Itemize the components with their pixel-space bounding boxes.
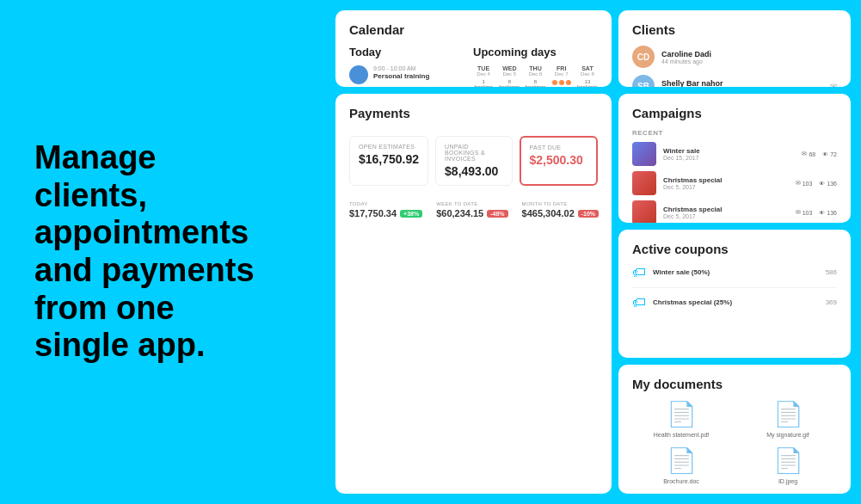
apt-time-1: 9:00 - 10:00 AM <box>373 65 461 72</box>
payments-bottom: Today $17,750.34 +38% Week to Date $60,2… <box>349 201 598 218</box>
camp-date-2: Dec 5, 2017 <box>663 184 789 190</box>
apt-1: 9:00 - 10:00 AM Personal training <box>349 65 461 84</box>
email-icon: ✉ <box>796 180 801 187</box>
documents-card: My documents 📄 Health statement.pdf 📄 My… <box>618 365 851 494</box>
stat-value-2: $2,500.30 <box>530 153 587 167</box>
day-bookings-1: 8 bookings <box>499 79 520 87</box>
stat-open-estimates: Open Estimates $16,750.92 <box>349 136 428 186</box>
camp-thumb-2 <box>632 171 656 195</box>
day-saturday: SAT Dec 8 13 bookings <box>577 65 598 87</box>
pay-value-2: $465,304.02 <box>522 208 575 218</box>
doc-icon-4: 📄 <box>773 446 803 475</box>
camp-item-1[interactable]: Winter sale Dec 15, 2017 ✉ 68 👁 72 <box>632 142 837 166</box>
camp-stat-views-3: 👁 136 <box>819 210 837 216</box>
client-avatar-1: CD <box>632 46 655 68</box>
day-name-4: SAT <box>577 65 598 71</box>
client-item-2[interactable]: SB Shelly Bar nahor 2 days ago ✉ <box>632 75 837 87</box>
camp-item-3[interactable]: Christmas special Dec 5, 2017 ✉ 103 👁 13… <box>632 200 837 223</box>
camp-views-1: 72 <box>830 151 837 157</box>
pay-week: Week to Date $60,234.15 -48% <box>436 201 507 218</box>
day-bookings-0: 1 booking <box>473 79 494 87</box>
coupon-name-2: Christmas special (25%) <box>653 298 819 306</box>
stat-label-1: Unpaid Bookings & Invoices <box>445 144 502 162</box>
eye-icon: 👁 <box>819 210 825 216</box>
doc-name-1: Health statement.pdf <box>654 432 710 438</box>
pay-today: Today $17,750.34 +38% <box>349 201 422 218</box>
payments-stats: Open Estimates $16,750.92 Unpaid Booking… <box>349 136 598 186</box>
doc-item-4[interactable]: 📄 ID.jpeg <box>739 446 837 484</box>
camp-name-1: Winter sale <box>663 147 795 155</box>
pay-label-2: Month to Date <box>522 201 600 206</box>
upcoming-section: Upcoming days TUE Dec 4 1 booking WED De… <box>473 46 598 87</box>
camp-name-3: Christmas special <box>663 206 789 213</box>
apt-name-1: Personal training <box>373 72 461 81</box>
client-item-1[interactable]: CD Caroline Dadi 44 minutes ago <box>632 46 837 68</box>
day-thursday: THU Dec 6 8 bookings <box>525 65 545 87</box>
doc-name-2: My signature.gif <box>766 432 809 438</box>
camp-stat-emails-1: ✉ 68 <box>802 151 815 157</box>
camp-item-2[interactable]: Christmas special Dec 5, 2017 ✉ 103 👁 13… <box>632 171 837 195</box>
client-avatar-2: SB <box>632 75 655 87</box>
pay-value-0: $17,750.34 <box>349 208 397 218</box>
day-name-0: TUE <box>473 65 494 71</box>
camp-stat-emails-2: ✉ 103 <box>796 180 813 187</box>
dot <box>552 80 557 85</box>
clients-title: Clients <box>632 22 837 37</box>
day-dots-3 <box>551 80 572 87</box>
stat-unpaid: Unpaid Bookings & Invoices $8,493.00 <box>435 136 512 186</box>
doc-item-1[interactable]: 📄 Health statement.pdf <box>632 400 730 438</box>
camp-thumb-1 <box>632 142 656 166</box>
eye-icon: 👁 <box>819 181 825 187</box>
client-name-2: Shelly Bar nahor <box>661 79 823 88</box>
stat-label-2: Past Due <box>530 144 587 151</box>
coupon-item-2[interactable]: 🏷 Christmas special (25%) 369 <box>632 295 837 317</box>
upcoming-label: Upcoming days <box>473 46 598 58</box>
camp-views-2: 136 <box>827 181 837 187</box>
doc-icon-2: 📄 <box>773 400 803 428</box>
coupons-title: Active coupons <box>632 242 837 256</box>
day-friday: FRI Dec 7 <box>551 65 572 87</box>
pay-value-1: $60,234.15 <box>436 208 483 218</box>
coupon-count-1: 586 <box>826 268 837 276</box>
day-date-0: Dec 4 <box>473 71 494 77</box>
day-name-3: FRI <box>551 65 572 71</box>
coupon-icon-2: 🏷 <box>632 295 646 310</box>
pay-label-1: Week to Date <box>436 201 507 206</box>
coupon-name-1: Winter sale (50%) <box>653 268 819 276</box>
day-name-2: THU <box>525 65 545 71</box>
dot <box>559 80 564 85</box>
camp-stat-emails-3: ✉ 103 <box>796 209 813 216</box>
stat-value-1: $8,493.00 <box>445 164 502 178</box>
doc-name-3: Brochure.doc <box>663 478 699 484</box>
message-icon[interactable]: ✉ <box>830 82 837 88</box>
day-bookings-2: 8 bookings <box>525 79 545 87</box>
coupon-count-2: 369 <box>826 298 837 306</box>
camp-thumb-3 <box>632 200 656 223</box>
doc-item-3[interactable]: 📄 Brochure.doc <box>632 446 730 484</box>
eye-icon: 👁 <box>822 151 828 157</box>
coupons-card: Active coupons 🏷 Winter sale (50%) 586 🏷… <box>618 230 851 359</box>
hero-text: Manageclients,appointmentsand paymentsfr… <box>34 139 255 365</box>
pay-badge-2: -10% <box>578 210 599 218</box>
doc-icon-1: 📄 <box>667 400 697 428</box>
pay-month: Month to Date $465,304.02 -10% <box>522 201 600 218</box>
coupon-icon-1: 🏷 <box>632 265 646 280</box>
camp-views-3: 136 <box>827 210 837 216</box>
campaigns-title: Campaigns <box>632 106 837 120</box>
coupon-item-1[interactable]: 🏷 Winter sale (50%) 586 <box>632 265 837 288</box>
camp-stat-views-2: 👁 136 <box>819 181 837 187</box>
client-date-1: 44 minutes ago <box>661 58 837 65</box>
stat-past-due: Past Due $2,500.30 <box>520 136 598 186</box>
campaigns-card: Campaigns RECENT Winter sale Dec 15, 201… <box>618 94 851 223</box>
documents-title: My documents <box>632 377 837 391</box>
today-section: Today 9:00 - 10:00 AM Personal training … <box>349 46 461 87</box>
day-date-1: Dec 5 <box>499 71 520 77</box>
doc-icon-3: 📄 <box>667 446 697 475</box>
calendar-title: Calendar <box>349 22 598 37</box>
apt-avatar-1 <box>349 65 368 84</box>
day-date-2: Dec 6 <box>525 71 545 77</box>
pay-badge-1: -48% <box>487 210 507 218</box>
doc-item-2[interactable]: 📄 My signature.gif <box>739 400 837 438</box>
camp-name-2: Christmas special <box>663 176 789 184</box>
email-icon: ✉ <box>796 209 801 216</box>
